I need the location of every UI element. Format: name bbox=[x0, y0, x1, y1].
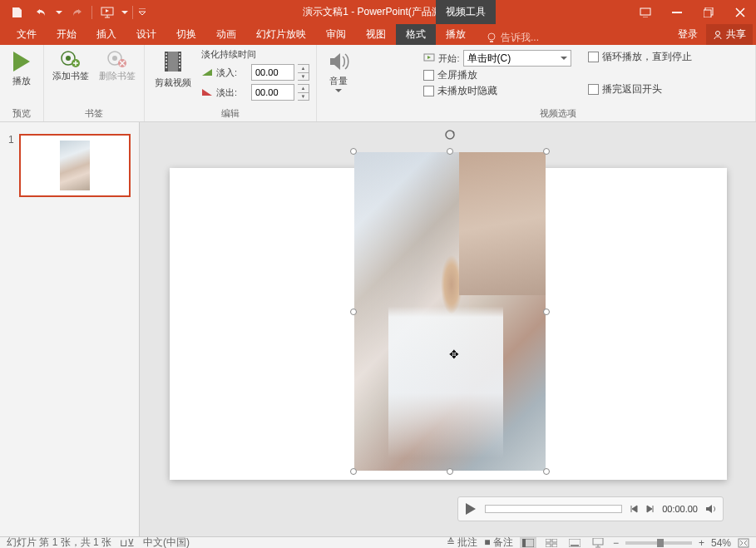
play-icon bbox=[10, 50, 33, 73]
slide-thumbnail-1[interactable] bbox=[19, 134, 131, 197]
fade-in-spinner[interactable]: ▲▼ bbox=[298, 64, 309, 81]
ribbon-options-button[interactable] bbox=[630, 0, 661, 24]
view-sorter-button[interactable] bbox=[543, 537, 560, 549]
fade-out-input[interactable] bbox=[251, 84, 294, 101]
trim-video-button[interactable]: 剪裁视频 bbox=[151, 48, 195, 91]
tab-animations[interactable]: 动画 bbox=[206, 24, 246, 45]
resize-handle-tr[interactable] bbox=[543, 148, 550, 155]
fullscreen-checkbox[interactable] bbox=[423, 70, 434, 81]
resize-handle-bm[interactable] bbox=[447, 468, 453, 475]
fade-out-spinner[interactable]: ▲▼ bbox=[298, 84, 309, 101]
login-button[interactable]: 登录 bbox=[670, 24, 706, 45]
svg-rect-30 bbox=[546, 539, 551, 542]
player-progress[interactable] bbox=[485, 505, 622, 513]
quick-access-toolbar bbox=[0, 2, 148, 22]
undo-dropdown[interactable] bbox=[55, 2, 63, 22]
redo-button[interactable] bbox=[65, 2, 88, 22]
fade-in-input[interactable] bbox=[251, 64, 294, 81]
fit-window-button[interactable] bbox=[738, 538, 749, 548]
slide[interactable] bbox=[170, 168, 727, 480]
undo-button[interactable] bbox=[30, 2, 53, 22]
resize-handle-bl[interactable] bbox=[350, 468, 357, 475]
tab-view[interactable]: 视图 bbox=[356, 24, 396, 45]
zoom-level[interactable]: 54% bbox=[711, 537, 731, 549]
play-button[interactable]: 播放 bbox=[7, 48, 37, 89]
svg-point-6 bbox=[716, 31, 720, 35]
share-button[interactable]: 共享 bbox=[706, 24, 753, 45]
start-slideshow-button[interactable] bbox=[96, 2, 119, 22]
status-bar: 幻灯片 第 1 张，共 1 张 ⊔⊻ 中文(中国) ≙ 批注 ■ 备注 − + … bbox=[0, 536, 756, 548]
close-button[interactable] bbox=[724, 0, 756, 24]
svg-rect-31 bbox=[552, 539, 557, 542]
resize-handle-br[interactable] bbox=[543, 468, 550, 475]
player-next-button[interactable] bbox=[645, 504, 655, 514]
status-notes-button[interactable]: ≙ 批注 bbox=[447, 536, 477, 548]
zoom-slider[interactable] bbox=[625, 541, 692, 545]
resize-handle-ml[interactable] bbox=[350, 309, 357, 315]
start-icon bbox=[423, 53, 435, 63]
volume-button[interactable]: 音量 bbox=[324, 48, 353, 94]
trim-label: 剪裁视频 bbox=[155, 77, 191, 89]
tab-insert[interactable]: 插入 bbox=[86, 24, 126, 45]
add-bookmark-button[interactable]: 添加书签 bbox=[51, 48, 91, 84]
save-button[interactable] bbox=[5, 2, 28, 22]
start-value: 单击时(C) bbox=[467, 52, 511, 66]
contextual-tab-title: 视频工具 bbox=[436, 0, 496, 24]
restore-button[interactable] bbox=[693, 0, 724, 24]
view-normal-button[interactable] bbox=[520, 537, 536, 549]
player-play-button[interactable] bbox=[463, 501, 478, 516]
player-volume-button[interactable] bbox=[704, 503, 718, 515]
group-bookmarks-label: 书签 bbox=[85, 106, 103, 120]
group-options-label: 视频选项 bbox=[540, 106, 576, 120]
minimize-button[interactable] bbox=[661, 0, 693, 24]
rewind-checkbox[interactable] bbox=[588, 84, 599, 95]
remove-bookmark-button[interactable]: 删除书签 bbox=[97, 48, 137, 84]
player-prev-button[interactable] bbox=[629, 504, 639, 514]
fade-out-icon bbox=[201, 87, 213, 97]
tab-review[interactable]: 审阅 bbox=[316, 24, 356, 45]
svg-point-11 bbox=[112, 56, 117, 61]
lightbulb-icon bbox=[486, 32, 497, 44]
loop-checkbox[interactable] bbox=[588, 52, 599, 62]
resize-handle-tm[interactable] bbox=[447, 148, 453, 155]
svg-rect-4 bbox=[704, 10, 711, 17]
video-object[interactable] bbox=[354, 152, 546, 471]
group-bookmarks: 添加书签 删除书签 书签 bbox=[44, 45, 145, 121]
resize-handle-tl[interactable] bbox=[350, 148, 357, 155]
start-dropdown[interactable] bbox=[121, 2, 129, 22]
svg-rect-33 bbox=[552, 544, 557, 547]
slide-canvas[interactable]: 00:00.00 bbox=[140, 122, 756, 536]
status-comments-button[interactable]: ■ 备注 bbox=[484, 536, 513, 548]
svg-point-5 bbox=[488, 33, 495, 40]
tab-slideshow[interactable]: 幻灯片放映 bbox=[246, 24, 316, 45]
tab-home[interactable]: 开始 bbox=[47, 24, 86, 45]
tab-file[interactable]: 文件 bbox=[7, 24, 47, 45]
qat-customize[interactable] bbox=[136, 2, 148, 22]
tab-format[interactable]: 格式 bbox=[396, 24, 436, 45]
view-reading-button[interactable] bbox=[566, 537, 583, 549]
remove-bookmark-label: 删除书签 bbox=[99, 70, 136, 82]
tab-transitions[interactable]: 切换 bbox=[166, 24, 206, 45]
tab-design[interactable]: 设计 bbox=[126, 24, 166, 45]
tell-me-label: 告诉我... bbox=[501, 31, 539, 45]
status-language[interactable]: 中文(中国) bbox=[143, 536, 190, 548]
rotate-handle[interactable] bbox=[444, 129, 456, 141]
svg-rect-21 bbox=[179, 53, 180, 55]
tab-playback[interactable]: 播放 bbox=[436, 24, 476, 45]
zoom-in-button[interactable]: + bbox=[699, 537, 704, 549]
group-volume: 音量 bbox=[317, 45, 360, 121]
hide-checkbox[interactable] bbox=[423, 86, 434, 96]
fullscreen-label: 全屏播放 bbox=[437, 68, 477, 82]
svg-rect-19 bbox=[166, 63, 167, 65]
ribbon-tabs: 文件 开始 插入 设计 切换 动画 幻灯片放映 审阅 视图 格式 播放 告诉我.… bbox=[0, 24, 756, 45]
view-slideshow-button[interactable] bbox=[590, 537, 606, 549]
start-select[interactable]: 单击时(C) bbox=[463, 50, 571, 67]
svg-rect-25 bbox=[179, 67, 180, 68]
fade-out-label: 淡出: bbox=[216, 86, 248, 99]
zoom-out-button[interactable]: − bbox=[613, 537, 619, 549]
share-label: 共享 bbox=[726, 27, 746, 42]
svg-point-8 bbox=[66, 56, 71, 61]
tell-me-search[interactable]: 告诉我... bbox=[486, 31, 539, 45]
thumbnail-number: 1 bbox=[8, 134, 14, 197]
resize-handle-mr[interactable] bbox=[543, 309, 550, 315]
